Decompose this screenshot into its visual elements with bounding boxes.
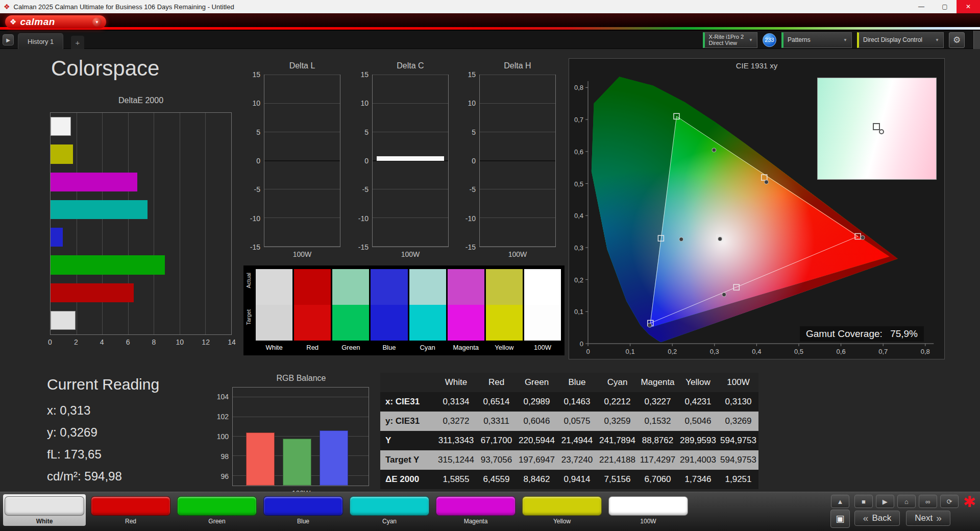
table-cell: 594,9753 [718,450,758,470]
add-tab-button[interactable]: + [71,36,84,49]
column-header: Yellow [678,373,718,392]
meter-dropdown[interactable]: X-Rite i1Pro 2 Direct View ▼ [703,32,757,48]
refresh-button[interactable]: ⟳ [940,495,959,508]
calman-app-icon: ❖ [4,3,10,11]
pattern-label: 100W [608,518,688,525]
home-button[interactable]: ⌂ [897,495,916,508]
table-row: Y311,334367,1700220,594421,4944241,78948… [380,431,758,450]
svg-text:0,5: 0,5 [574,180,583,188]
pattern-button-magenta[interactable]: Magenta [434,494,517,526]
continuous-button[interactable]: ∞ [919,495,937,508]
layout-button[interactable]: ▣ [830,510,850,528]
play-button[interactable]: ▶ [876,495,894,508]
swatch-label: Yellow [486,341,523,354]
next-button[interactable]: Next » [906,511,950,526]
actual-swatch [371,269,407,305]
table-cell: 0,0575 [557,412,597,431]
gamut-coverage: Gamut Coverage: 75,9% [800,326,924,342]
swatch-label: White [256,341,292,354]
swatch-label: Red [294,341,331,354]
plot-area [372,75,449,247]
measured-dot-yellow [764,180,768,184]
collapse-button[interactable]: ▲ [831,495,849,508]
gamut-coverage-value: 75,9% [890,328,918,339]
measured-dot-100W [718,237,722,241]
svg-text:0,6: 0,6 [837,348,846,355]
tab-scroll-button[interactable]: ▶ [3,34,14,45]
close-button[interactable]: ✕ [957,0,980,13]
table-cell: 311,3343 [436,431,476,450]
chevron-down-icon: ▼ [935,38,939,42]
pattern-button-red[interactable]: Red [89,494,172,526]
pattern-button-white[interactable]: White [3,494,86,526]
deltae-bar-white [51,117,71,136]
swatch-comparison-panel: Actual Target WhiteRedGreenBlueCyanMagen… [243,266,565,355]
reading-cdm2: cd/m²: 594,98 [47,465,159,487]
deltae-bar-magenta [51,173,137,191]
svg-text:0,1: 0,1 [574,308,583,316]
table-cell: 0,6514 [476,392,517,412]
settings-gear-button[interactable]: ⚙ [949,32,965,48]
column-header: 100W [718,373,758,392]
table-cell: 594,9753 [718,431,758,450]
target-swatch [448,305,484,341]
table-cell: 0,6046 [517,412,557,431]
table-cell: 0,3269 [718,412,758,431]
svg-text:0: 0 [586,348,590,355]
patterns-dropdown[interactable]: Patterns ▼ [781,32,852,48]
current-reading: Current Reading x: 0,313 y: 0,3269 fL: 1… [47,376,159,487]
target-swatch [409,305,446,341]
tab-bar: ▶ History 1 + X-Rite i1Pro 2 Direct View… [0,31,980,49]
pattern-button-cyan[interactable]: Cyan [348,494,431,526]
tab-history-1[interactable]: History 1 [18,33,63,49]
deltae-bar-green [51,255,165,274]
whitepoint-measured-marker [879,129,884,134]
delta-l-chart: Delta L 151050-5-10-15 100W [246,61,340,258]
table-cell: 23,7240 [557,450,597,470]
minimize-button[interactable]: — [910,0,933,13]
swatch-column-yellow: Yellow [486,269,523,355]
brand-menu-button[interactable]: ▼ [92,17,102,27]
table-cell: 0,3130 [718,392,758,412]
table-cell: 0,3134 [436,392,476,412]
pattern-button-blue[interactable]: Blue [262,494,345,526]
deltae-bar-cyan [51,200,148,219]
deltae-xaxis: 02468101214 [50,338,232,348]
pattern-swatch [177,496,257,516]
delta-h-chart: Delta H 151050-5-10-15 100W [461,61,556,258]
table-cell: 241,7894 [597,431,638,450]
page-title: Colorspace [51,56,159,81]
actual-swatch [448,269,484,305]
measured-dot-green [712,148,716,152]
pattern-label: Blue [263,518,343,525]
rgb-bar-blue [320,430,348,486]
table-cell: 0,1532 [638,412,678,431]
column-header: Magenta [638,373,678,392]
table-cell: 67,1700 [476,431,517,450]
side-panel-handle[interactable] [973,31,980,49]
chart-title: Delta C [372,61,449,73]
stop-button[interactable]: ■ [854,495,873,508]
column-header: Cyan [597,373,638,392]
table-cell: 220,5944 [517,431,557,450]
pattern-swatch [5,496,84,516]
patterns-label: Patterns [788,36,811,43]
pattern-button-100w[interactable]: 100W [607,494,690,526]
swatch-label: Green [332,341,369,354]
measured-dot-magenta [722,293,726,297]
back-button[interactable]: « Back [854,511,900,526]
calman-logo[interactable]: ❖ calman ▼ [5,15,106,29]
pattern-strip: WhiteRedGreenBlueCyanMagentaYellow100W [3,494,690,526]
pattern-button-green[interactable]: Green [176,494,258,526]
table-row: Target Y315,124493,7056197,694723,724022… [380,450,758,470]
maximize-button[interactable]: ▢ [933,0,957,13]
swatch-column-magenta: Magenta [448,269,484,355]
y-axis-labels: 1041021009896 [211,387,232,486]
display-control-dropdown[interactable]: Direct Display Control ▼ [857,32,944,48]
row-label: y: CIE31 [380,412,436,431]
transport-icon-row: ■▶⌂∞⟳ [854,495,959,508]
table-cell: 0,2989 [517,392,557,412]
actual-swatch [524,269,561,305]
pattern-label: Cyan [350,518,429,525]
pattern-button-yellow[interactable]: Yellow [521,494,603,526]
